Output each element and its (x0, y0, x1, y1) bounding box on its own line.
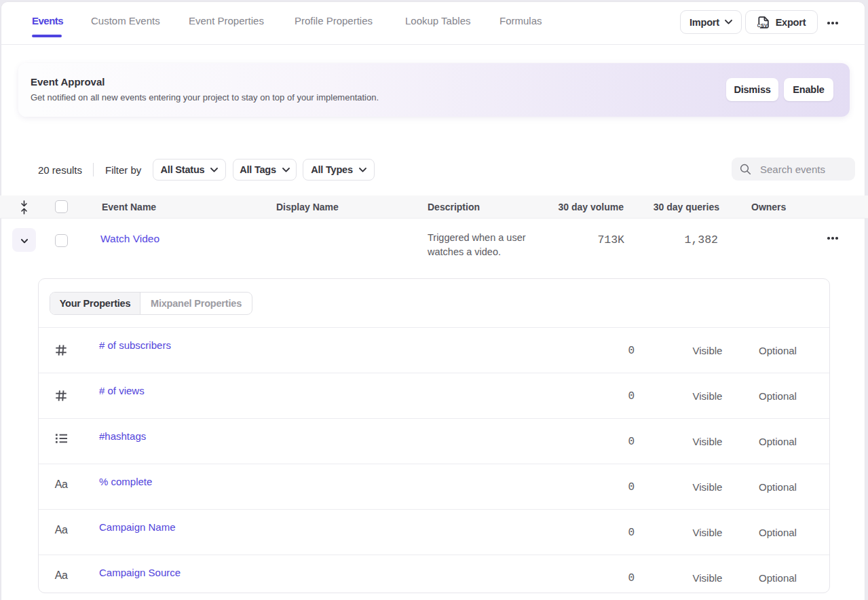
svg-text:CSV: CSV (757, 22, 768, 28)
